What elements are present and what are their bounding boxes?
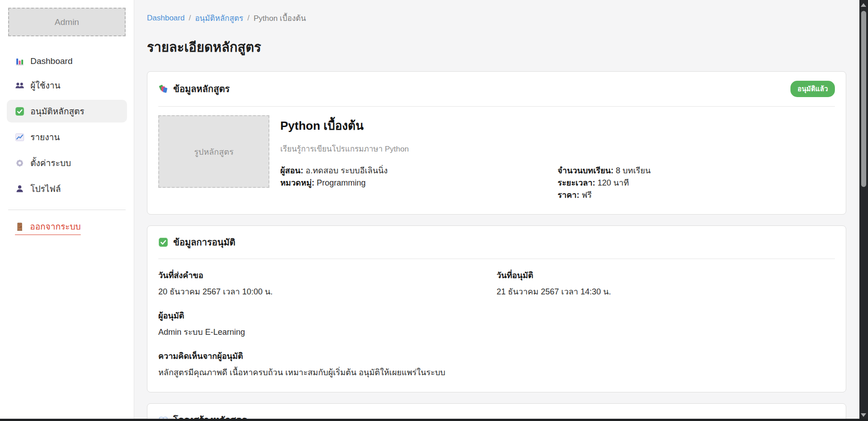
course-card-title: ข้อมูลหลักสูตร	[173, 82, 230, 96]
approval-body: วันที่ส่งคำขอ 20 ธันวาคม 2567 เวลา 10:00…	[147, 259, 846, 392]
course-description: เรียนรู้การเขียนโปรแกรมภาษา Python	[280, 142, 835, 155]
course-title: Python เบื้องต้น	[280, 116, 835, 135]
course-image-placeholder: รูปหลักสูตร	[158, 115, 269, 188]
course-info: Python เบื้องต้น เรียนรู้การเขียนโปรแกรม…	[280, 115, 835, 201]
approval-dates-row: วันที่ส่งคำขอ 20 ธันวาคม 2567 เวลา 10:00…	[158, 270, 835, 298]
sidebar-item-label: ผู้ใช้งาน	[30, 78, 60, 92]
books-icon	[158, 84, 168, 94]
approver-field: ผู้อนุมัติ Admin ระบบ E-Learning	[158, 310, 835, 338]
category-value: Programming	[317, 178, 366, 187]
course-info-card: ข้อมูลหลักสูตร อนุมัติแล้ว รูปหลักสูตร P…	[147, 71, 846, 215]
app-window: Admin Dashboard	[0, 0, 868, 421]
scrollbar-thumb[interactable]	[861, 11, 866, 187]
approver-comment-field: ความคิดเห็นจากผู้อนุมัติ หลักสูตรมีคุณภา…	[158, 351, 835, 378]
chart-line-icon	[15, 132, 24, 142]
request-date-label: วันที่ส่งคำขอ	[158, 270, 497, 281]
course-card-header: ข้อมูลหลักสูตร อนุมัติแล้ว	[147, 72, 846, 106]
users-icon	[15, 81, 24, 90]
person-icon	[15, 184, 24, 194]
course-meta-left: ผู้สอน: อ.ทดสอบ ระบบอีเลินนิ่ง หมวดหมู่:…	[280, 165, 558, 201]
sidebar-item-label: ตั้งค่าระบบ	[30, 156, 71, 170]
request-date-field: วันที่ส่งคำขอ 20 ธันวาคม 2567 เวลา 10:00…	[158, 270, 497, 298]
sidebar-nav: Dashboard ผู้ใช้งาน	[0, 52, 134, 200]
logout-link[interactable]: ออกจากระบบ	[15, 220, 81, 235]
approval-card-header: ข้อมูลการอนุมัติ	[147, 226, 846, 259]
approver-comment-label: ความคิดเห็นจากผู้อนุมัติ	[158, 351, 835, 362]
sidebar: Admin Dashboard	[0, 0, 134, 421]
category-line: หมวดหมู่: Programming	[280, 177, 558, 189]
price-label: ราคา:	[558, 191, 580, 200]
admin-label: Admin	[55, 17, 79, 27]
category-label: หมวดหมู่:	[280, 178, 314, 187]
breadcrumb-link-dashboard[interactable]: Dashboard	[147, 14, 185, 23]
gear-icon	[15, 158, 24, 168]
breadcrumb-separator: /	[189, 14, 191, 23]
instructor-line: ผู้สอน: อ.ทดสอบ ระบบอีเลินนิ่ง	[280, 165, 558, 177]
sidebar-item-users[interactable]: ผู้ใช้งาน	[7, 74, 127, 97]
request-date-value: 20 ธันวาคม 2567 เวลา 10:00 น.	[158, 286, 497, 298]
scrollbar-down-arrow-icon[interactable]	[861, 413, 866, 417]
check-icon	[15, 107, 24, 116]
status-badge: อนุมัติแล้ว	[790, 81, 835, 97]
main-content: Dashboard / อนุมัติหลักสูตร / Python เบื…	[134, 0, 859, 421]
lessons-line: จำนวนบทเรียน: 8 บทเรียน	[558, 165, 835, 177]
sidebar-item-profile[interactable]: โปรไฟล์	[7, 177, 127, 200]
instructor-label: ผู้สอน:	[280, 166, 303, 175]
approval-card-title: ข้อมูลการอนุมัติ	[173, 235, 235, 250]
scrollbar-up-arrow-icon[interactable]	[861, 3, 866, 7]
approver-label: ผู้อนุมัติ	[158, 310, 835, 322]
bar-chart-icon	[15, 57, 24, 66]
lessons-label: จำนวนบทเรียน:	[558, 166, 614, 175]
approval-info-card: ข้อมูลการอนุมัติ วันที่ส่งคำขอ 20 ธันวาค…	[147, 225, 846, 392]
course-meta-right: จำนวนบทเรียน: 8 บทเรียน ระยะเวลา: 120 นา…	[558, 165, 835, 201]
approver-comment-value: หลักสูตรมีคุณภาพดี เนื้อหาครบถ้วน เหมาะส…	[158, 367, 835, 378]
duration-label: ระยะเวลา:	[558, 178, 595, 187]
vertical-scrollbar[interactable]	[859, 0, 868, 421]
sidebar-item-label: รายงาน	[30, 130, 60, 144]
course-image-placeholder-label: รูปหลักสูตร	[194, 145, 234, 158]
approver-value: Admin ระบบ E-Learning	[158, 327, 835, 338]
sidebar-item-dashboard[interactable]: Dashboard	[7, 52, 127, 71]
breadcrumb: Dashboard / อนุมัติหลักสูตร / Python เบื…	[147, 12, 846, 24]
price-value: ฟรี	[581, 191, 591, 200]
breadcrumb-separator: /	[247, 14, 249, 23]
logout-label: ออกจากระบบ	[30, 220, 81, 233]
breadcrumb-link-course-approval[interactable]: อนุมัติหลักสูตร	[195, 12, 244, 24]
instructor-value: อ.ทดสอบ ระบบอีเลินนิ่ง	[306, 166, 388, 175]
window-bottom-edge	[0, 419, 868, 421]
sidebar-item-settings[interactable]: ตั้งค่าระบบ	[7, 152, 127, 174]
sidebar-item-label: โปรไฟล์	[30, 182, 61, 196]
course-meta: ผู้สอน: อ.ทดสอบ ระบบอีเลินนิ่ง หมวดหมู่:…	[280, 165, 835, 201]
course-body: รูปหลักสูตร Python เบื้องต้น เรียนรู้การ…	[147, 107, 846, 214]
breadcrumb-current: Python เบื้องต้น	[254, 12, 306, 24]
duration-value: 120 นาที	[597, 178, 629, 187]
approved-date-value: 21 ธันวาคม 2567 เวลา 14:30 น.	[497, 286, 835, 298]
sidebar-item-label: อนุมัติหลักสูตร	[30, 104, 84, 118]
sidebar-divider	[8, 210, 126, 210]
check-icon	[158, 237, 168, 247]
door-icon	[15, 222, 24, 231]
admin-logo-box: Admin	[8, 8, 126, 36]
approved-date-label: วันที่อนุมัติ	[497, 270, 835, 281]
lessons-value: 8 บทเรียน	[616, 166, 651, 175]
approved-date-field: วันที่อนุมัติ 21 ธันวาคม 2567 เวลา 14:30…	[497, 270, 835, 298]
sidebar-item-course-approval[interactable]: อนุมัติหลักสูตร	[7, 100, 127, 122]
page-title: รายละเอียดหลักสูตร	[147, 37, 846, 58]
price-line: ราคา: ฟรี	[558, 189, 835, 201]
sidebar-item-label: Dashboard	[30, 56, 73, 66]
duration-line: ระยะเวลา: 120 นาที	[558, 177, 835, 189]
sidebar-item-reports[interactable]: รายงาน	[7, 126, 127, 148]
